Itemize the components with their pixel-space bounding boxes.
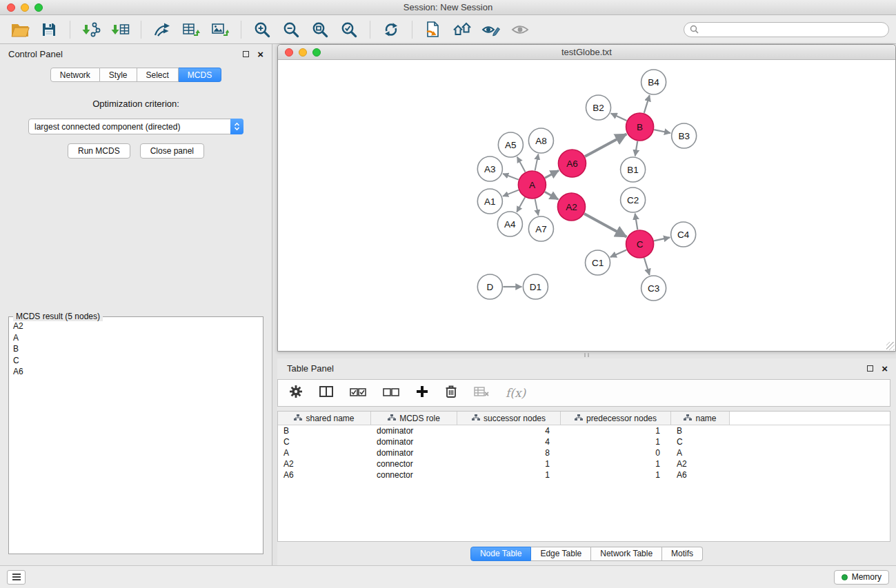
zoom-selected-button[interactable] xyxy=(336,18,362,41)
edge-A-A7[interactable] xyxy=(535,199,539,216)
edge-A-A4[interactable] xyxy=(517,197,525,212)
float-panel-icon[interactable] xyxy=(243,51,249,57)
result-item[interactable]: B xyxy=(13,343,259,355)
node-C4[interactable]: C4 xyxy=(671,222,696,247)
node-A4[interactable]: A4 xyxy=(497,212,522,236)
result-item[interactable]: A xyxy=(13,332,259,344)
node-B1[interactable]: B1 xyxy=(621,157,646,182)
table-row[interactable]: Adominator80A xyxy=(278,447,890,458)
edge-C-C2[interactable] xyxy=(635,214,638,230)
close-window-button[interactable] xyxy=(7,3,15,12)
hide-graphics-details-button[interactable] xyxy=(507,18,533,41)
table-row[interactable]: Cdominator41C xyxy=(278,436,890,447)
table-cell[interactable]: dominator xyxy=(371,447,457,458)
edge-A-A5[interactable] xyxy=(517,157,526,172)
edge-A-A6[interactable] xyxy=(545,170,559,178)
table-cell[interactable]: C xyxy=(671,436,730,447)
edge-C-C1[interactable] xyxy=(610,250,627,256)
node-A8[interactable]: A8 xyxy=(528,128,553,153)
refresh-view-button[interactable] xyxy=(378,18,404,41)
criterion-dropdown[interactable]: largest connected component (directed) xyxy=(28,119,243,134)
table-cell[interactable]: A xyxy=(671,447,730,458)
table-cell[interactable]: 4 xyxy=(457,425,561,436)
column-header-name[interactable]: name xyxy=(671,412,730,425)
network-zoom-button[interactable] xyxy=(312,48,321,57)
node-B4[interactable]: B4 xyxy=(641,70,666,94)
table-cell[interactable]: 1 xyxy=(561,469,671,480)
deselect-all-button[interactable] xyxy=(383,387,399,399)
network-minimize-button[interactable] xyxy=(299,48,307,57)
table-row[interactable]: A6connector11A6 xyxy=(278,469,890,480)
new-network-button[interactable] xyxy=(149,18,175,41)
table-cell[interactable]: A6 xyxy=(278,469,371,480)
column-header-mcds-role[interactable]: MCDS role xyxy=(371,412,457,425)
first-neighbors-button[interactable] xyxy=(420,18,446,41)
node-A[interactable]: A xyxy=(518,171,546,199)
import-table-button[interactable] xyxy=(107,18,133,41)
table-cell[interactable]: B xyxy=(278,425,371,436)
edge-A-A8[interactable] xyxy=(535,154,539,171)
column-header-predecessor-nodes[interactable]: predecessor nodes xyxy=(561,412,671,425)
export-image-button[interactable] xyxy=(207,18,233,41)
edge-C-C3[interactable] xyxy=(644,258,650,275)
show-graphics-details-button[interactable] xyxy=(478,18,504,41)
table-cell[interactable]: 1 xyxy=(561,436,671,447)
delete-column-button[interactable] xyxy=(445,385,457,401)
edge-B-B4[interactable] xyxy=(644,95,650,113)
node-A1[interactable]: A1 xyxy=(477,189,502,214)
add-column-button[interactable] xyxy=(416,385,428,401)
node-A7[interactable]: A7 xyxy=(528,216,553,241)
table-cell[interactable]: C xyxy=(278,436,371,447)
run-mcds-button[interactable]: Run MCDS xyxy=(68,143,130,159)
table-cell[interactable]: A xyxy=(278,447,371,458)
table-cell[interactable]: B xyxy=(671,425,730,436)
table-cell[interactable]: A6 xyxy=(671,469,730,480)
node-D[interactable]: D xyxy=(477,274,502,299)
tab-motifs[interactable]: Motifs xyxy=(662,547,703,561)
select-all-button[interactable] xyxy=(350,387,366,399)
table-cell[interactable]: 1 xyxy=(457,458,561,469)
node-A5[interactable]: A5 xyxy=(498,132,523,157)
home-view-button[interactable] xyxy=(449,18,475,41)
tab-node-table[interactable]: Node Table xyxy=(470,547,532,561)
column-header-shared-name[interactable]: shared name xyxy=(278,412,371,425)
node-A6[interactable]: A6 xyxy=(558,150,586,177)
result-item[interactable]: A6 xyxy=(13,366,259,378)
network-canvas[interactable]: AA1A2A3A4A5A6A7A8BB1B2B3B4CC1C2C3C4DD1 xyxy=(278,60,895,351)
tab-mcds[interactable]: MCDS xyxy=(179,68,221,82)
network-close-button[interactable] xyxy=(285,48,293,57)
panel-splitter[interactable] xyxy=(277,352,896,358)
network-canvas-area[interactable]: AA1A2A3A4A5A6A7A8BB1B2B3B4CC1C2C3C4DD1 xyxy=(278,60,895,351)
minimize-window-button[interactable] xyxy=(21,3,29,12)
memory-button[interactable]: Memory xyxy=(834,570,889,585)
node-D1[interactable]: D1 xyxy=(523,274,548,299)
edge-B-B2[interactable] xyxy=(611,113,627,121)
edge-A2-C[interactable] xyxy=(584,214,626,236)
import-network-button[interactable] xyxy=(78,18,104,41)
node-C1[interactable]: C1 xyxy=(585,250,610,275)
zoom-window-button[interactable] xyxy=(34,3,43,12)
tab-select[interactable]: Select xyxy=(137,68,179,82)
tab-network-table[interactable]: Network Table xyxy=(591,547,662,561)
tab-network[interactable]: Network xyxy=(50,68,100,82)
close-panel-icon[interactable]: × xyxy=(257,49,263,59)
table-cell[interactable]: 4 xyxy=(457,436,561,447)
table-cell[interactable]: 0 xyxy=(561,447,671,458)
zoom-in-button[interactable] xyxy=(249,18,275,41)
node-A3[interactable]: A3 xyxy=(477,156,502,181)
edge-B-B3[interactable] xyxy=(654,130,670,133)
table-cell[interactable]: A2 xyxy=(671,458,730,469)
result-item[interactable]: A2 xyxy=(13,321,259,332)
edge-A-A3[interactable] xyxy=(503,174,519,180)
node-B2[interactable]: B2 xyxy=(586,95,610,120)
node-C3[interactable]: C3 xyxy=(641,276,666,301)
tab-style[interactable]: Style xyxy=(100,68,137,82)
table-cell[interactable]: A2 xyxy=(278,458,371,469)
table-row[interactable]: A2connector11A2 xyxy=(278,458,890,469)
node-A2[interactable]: A2 xyxy=(557,193,585,221)
table-cell[interactable]: connector xyxy=(371,469,457,480)
delete-table-button[interactable] xyxy=(474,386,489,400)
edge-A6-B[interactable] xyxy=(585,134,626,156)
table-cell[interactable]: connector xyxy=(371,458,457,469)
node-B3[interactable]: B3 xyxy=(672,123,697,148)
